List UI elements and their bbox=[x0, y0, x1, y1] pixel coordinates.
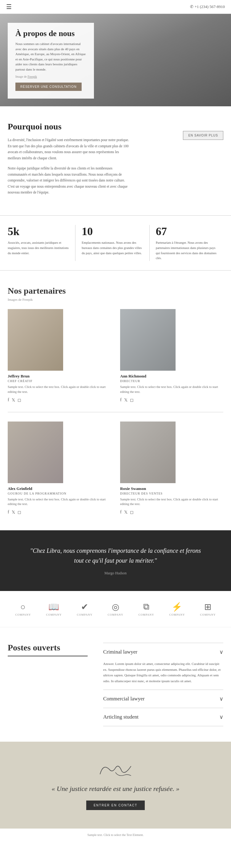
partner-name-1: Ann Richmond bbox=[120, 374, 223, 379]
accordion-item-0: Criminal lawyer ∨ Answer. Lorem ipsum do… bbox=[103, 643, 223, 690]
hero-overlay: À propos de nous Nous sommes un cabinet … bbox=[8, 23, 94, 99]
facebook-icon-1[interactable]: f bbox=[120, 398, 122, 403]
partners-section: Nos partenaires Images de Freepik Jeffre… bbox=[0, 271, 231, 530]
twitter-icon-2[interactable]: 𝕏 bbox=[12, 509, 15, 515]
site-header: ☰ ✆ +1 (234) 567-8910 bbox=[0, 0, 231, 14]
partner-photo-0 bbox=[8, 309, 63, 371]
accordion-title-1: Commercial lawyer bbox=[103, 696, 145, 702]
instagram-icon-1[interactable]: ◻ bbox=[130, 398, 134, 403]
logo-5: ⚡ COMPANY bbox=[169, 602, 185, 616]
chevron-icon-2: ∨ bbox=[219, 714, 223, 720]
logo-label-2: COMPANY bbox=[77, 613, 92, 616]
logo-label-1: COMPANY bbox=[46, 613, 62, 616]
postes-divider bbox=[8, 656, 88, 657]
quote-section: "Chez Libra, nous comprenons l'importanc… bbox=[0, 530, 231, 591]
partner-desc-0: Sample text. Click to select the text bo… bbox=[8, 384, 111, 394]
stat-number-2: 67 bbox=[156, 225, 217, 238]
facebook-icon-0[interactable]: f bbox=[8, 398, 9, 403]
cta-button[interactable]: RÉSERVER UNE CONSULTATION bbox=[15, 83, 81, 91]
partner-photo-2 bbox=[8, 422, 63, 483]
logo-icon-2: ✔ bbox=[81, 602, 89, 612]
divider-mid bbox=[8, 412, 223, 412]
justice-quote: « Une justice retardée est une justice r… bbox=[25, 785, 206, 793]
logo-6: ⊞ COMPANY bbox=[200, 602, 216, 616]
image-credit: Image de Freepik bbox=[15, 74, 86, 79]
partners-subtitle: Images de Freepik bbox=[8, 298, 223, 301]
twitter-icon-3[interactable]: 𝕏 bbox=[124, 509, 128, 515]
logo-label-3: COMPANY bbox=[107, 613, 123, 616]
sample-text-bottom: Sample text. Click to select the Text El… bbox=[0, 829, 231, 841]
partners-title: Nos partenaires bbox=[8, 286, 223, 296]
partner-card-0: Jeffrey Brun CHEF CRÉATIF Sample text. C… bbox=[8, 309, 111, 403]
partners-grid-2: Alex Grinfield GOUROU DE LA PROGRAMMATIO… bbox=[8, 422, 223, 515]
accordion-header-1[interactable]: Commercial lawyer ∨ bbox=[103, 690, 223, 708]
partner-card-2: Alex Grinfield GOUROU DE LA PROGRAMMATIO… bbox=[8, 422, 111, 515]
logo-2: ✔ COMPANY bbox=[77, 602, 92, 616]
hero-section: À propos de nous Nous sommes un cabinet … bbox=[0, 14, 231, 106]
facebook-icon-2[interactable]: f bbox=[8, 509, 9, 515]
partners-grid: Jeffrey Brun CHEF CRÉATIF Sample text. C… bbox=[8, 309, 223, 403]
logo-label-5: COMPANY bbox=[169, 613, 185, 616]
accordion-item-2: Articling student ∨ bbox=[103, 708, 223, 726]
partner-photo-1 bbox=[120, 309, 175, 371]
partner-name-2: Alex Grinfield bbox=[8, 486, 111, 491]
stat-1: 10 Emplacements nationaux. Nous avons de… bbox=[75, 225, 149, 261]
stat-number-0: 5k bbox=[8, 225, 69, 238]
partner-card-3: Roxie Swanson DIRECTEUR DES VENTES Sampl… bbox=[120, 422, 223, 515]
partner-title-0: CHEF CRÉATIF bbox=[8, 379, 111, 383]
postes-left: Postes ouverts bbox=[8, 643, 88, 726]
hero-title: À propos de nous bbox=[15, 29, 86, 38]
instagram-icon-3[interactable]: ◻ bbox=[130, 509, 134, 515]
twitter-icon-0[interactable]: 𝕏 bbox=[12, 398, 15, 403]
instagram-icon-2[interactable]: ◻ bbox=[18, 509, 21, 515]
logo-icon-1: 📖 bbox=[48, 602, 60, 612]
why-us-left: Pourquoi nous La diversité, l'inclusion … bbox=[8, 122, 130, 200]
chevron-icon-0: ∨ bbox=[219, 649, 223, 655]
why-us-title: Pourquoi nous bbox=[8, 122, 130, 131]
contact-button[interactable]: ENTRER EN CONTACT bbox=[86, 801, 145, 810]
logo-4: ⧉ COMPANY bbox=[138, 602, 154, 616]
logo-1: 📖 COMPANY bbox=[46, 602, 62, 616]
stat-desc-1: Emplacements nationaux. Nous avons des b… bbox=[81, 240, 143, 256]
partner-desc-3: Sample text. Click to select the text bo… bbox=[120, 497, 223, 507]
twitter-icon-1[interactable]: 𝕏 bbox=[124, 398, 128, 403]
quote-author: Margo Hudson bbox=[25, 571, 206, 576]
partner-name-0: Jeffrey Brun bbox=[8, 374, 111, 379]
accordion-title-2: Articling student bbox=[103, 714, 139, 720]
partner-title-2: GOUROU DE LA PROGRAMMATION bbox=[8, 492, 111, 495]
social-icons-2: f 𝕏 ◻ bbox=[8, 509, 111, 515]
accordion-header-0[interactable]: Criminal lawyer ∨ bbox=[103, 643, 223, 661]
logo-icon-6: ⊞ bbox=[204, 602, 211, 612]
facebook-icon-3[interactable]: f bbox=[120, 509, 122, 515]
logo-icon-4: ⧉ bbox=[143, 602, 150, 612]
accordion-item-1: Commercial lawyer ∨ bbox=[103, 690, 223, 708]
phone-number: ✆ +1 (234) 567-8910 bbox=[190, 4, 225, 9]
stat-number-1: 10 bbox=[81, 225, 143, 238]
partner-desc-1: Sample text. Click to select the text bo… bbox=[120, 384, 223, 394]
postes-accordion: Criminal lawyer ∨ Answer. Lorem ipsum do… bbox=[103, 643, 223, 726]
logo-icon-3: ◎ bbox=[112, 602, 120, 612]
stat-desc-0: Associés, avocats, assistants juridiques… bbox=[8, 240, 69, 256]
image-credit-link[interactable]: Freepik bbox=[27, 75, 37, 78]
signature-section: « Une justice retardée est une justice r… bbox=[0, 742, 231, 829]
logo-label-6: COMPANY bbox=[200, 613, 216, 616]
logo-icon-5: ⚡ bbox=[171, 602, 183, 612]
partner-desc-2: Sample text. Click to select the text bo… bbox=[8, 497, 111, 507]
logos-section: ○ COMPANY 📖 COMPANY ✔ COMPANY ◎ COMPANY … bbox=[0, 591, 231, 627]
postes-section: Postes ouverts Criminal lawyer ∨ Answer.… bbox=[0, 627, 231, 742]
stats-section: 5k Associés, avocats, assistants juridiq… bbox=[0, 215, 231, 271]
learn-more-button[interactable]: EN SAVOIR PLUS bbox=[183, 131, 223, 140]
menu-icon[interactable]: ☰ bbox=[6, 3, 12, 10]
why-us-section: Pourquoi nous La diversité, l'inclusion … bbox=[0, 106, 231, 215]
social-icons-0: f 𝕏 ◻ bbox=[8, 398, 111, 403]
instagram-icon-0[interactable]: ◻ bbox=[18, 398, 21, 403]
partner-title-3: DIRECTEUR DES VENTES bbox=[120, 492, 223, 495]
partner-title-1: DIRECTEUR bbox=[120, 379, 223, 383]
why-us-paragraph2: Notre équipe juridique reflète la divers… bbox=[8, 165, 130, 196]
stat-0: 5k Associés, avocats, assistants juridiq… bbox=[8, 225, 75, 261]
social-icons-1: f 𝕏 ◻ bbox=[120, 398, 223, 403]
logo-label-0: COMPANY bbox=[15, 613, 31, 616]
stat-2: 67 Partenariats à l'étranger. Nous avons… bbox=[150, 225, 223, 261]
accordion-header-2[interactable]: Articling student ∨ bbox=[103, 708, 223, 726]
logo-3: ◎ COMPANY bbox=[107, 602, 123, 616]
